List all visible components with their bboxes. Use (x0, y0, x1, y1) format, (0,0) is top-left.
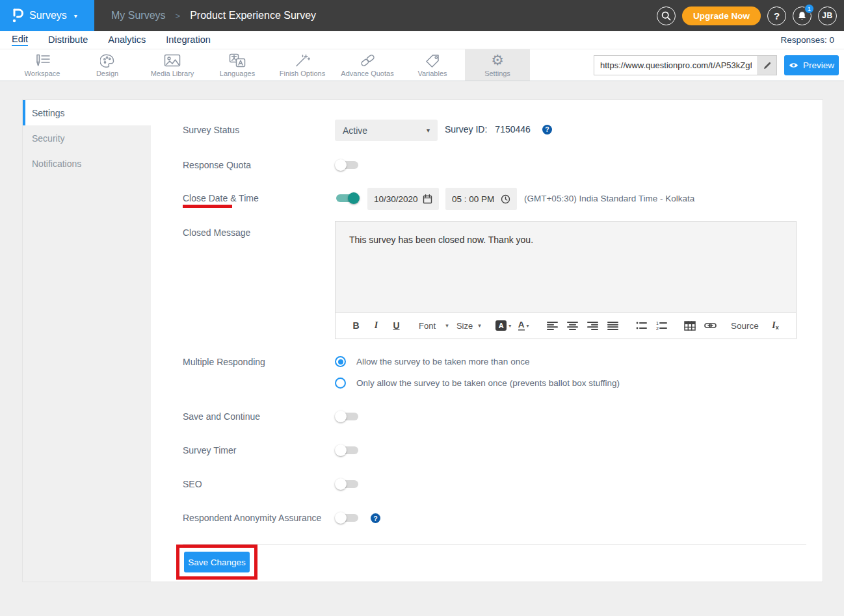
tag-icon (425, 53, 440, 68)
preview-button[interactable]: Preview (784, 55, 839, 75)
chain-link-icon (360, 53, 376, 68)
toolbar-item-settings[interactable]: ⚙ Settings (465, 49, 530, 81)
magic-wand-icon (295, 53, 310, 68)
justify-button[interactable] (605, 317, 621, 334)
toolbar-item-media-library[interactable]: Media Library (140, 49, 205, 81)
tab-distribute[interactable]: Distribute (48, 34, 88, 45)
notifications-button[interactable]: 1 (793, 6, 811, 25)
red-annotation-box: Save Changes (176, 545, 257, 580)
save-and-continue-toggle[interactable] (335, 411, 360, 422)
closed-message-editor: This survey has been closed now. Thank y… (335, 221, 797, 339)
numbered-list-button[interactable]: 12 (653, 317, 670, 334)
topbar: Surveys ▾ My Surveys > Product Experienc… (0, 0, 844, 31)
align-center-button[interactable] (564, 317, 581, 334)
respondent-anonymity-label: Respondent Anonymity Assurance (183, 513, 321, 523)
calendar-icon (423, 194, 432, 204)
align-right-button[interactable] (585, 317, 601, 334)
survey-status-label: Survey Status (183, 125, 239, 135)
radio-option-multiple[interactable]: Allow the survey to be taken more than o… (335, 356, 529, 367)
survey-id-help-icon[interactable]: ? (542, 125, 552, 135)
red-underline-annotation (183, 205, 232, 208)
seo-label: SEO (183, 479, 202, 489)
toolbar-item-design[interactable]: Design (75, 49, 140, 81)
share-url-input[interactable] (594, 55, 758, 75)
tab-edit[interactable]: Edit (12, 34, 28, 46)
tab-analytics[interactable]: Analytics (108, 34, 146, 45)
respondent-anonymity-toggle[interactable] (335, 513, 360, 523)
sidebar-item-notifications[interactable]: Notifications (23, 151, 151, 176)
tab-integration[interactable]: Integration (166, 34, 211, 45)
response-quota-toggle[interactable] (335, 160, 360, 170)
remove-format-button[interactable]: I x (767, 317, 784, 334)
chevron-down-icon: ▾ (527, 323, 529, 329)
multiple-responding-label: Multiple Responding (183, 357, 265, 367)
breadcrumb-separator: > (176, 11, 181, 21)
seo-toggle[interactable] (335, 479, 360, 489)
survey-status-select[interactable]: Active ▾ (335, 120, 438, 141)
upgrade-now-button[interactable]: Upgrade Now (682, 6, 761, 25)
bold-button[interactable]: B (348, 317, 364, 334)
notification-badge: 1 (804, 4, 814, 14)
svg-text:2: 2 (656, 326, 659, 331)
survey-timer-label: Survey Timer (183, 445, 236, 456)
questionpro-settings-page: Surveys ▾ My Surveys > Product Experienc… (0, 0, 844, 616)
font-select[interactable]: Font ▾ (419, 321, 449, 331)
chevron-down-icon: ▾ (508, 323, 511, 329)
settings-sidebar: Settings Security Notifications (23, 100, 151, 582)
bullet-list-button[interactable] (633, 317, 650, 334)
toolbar-item-languages[interactable]: Languages (205, 49, 270, 81)
avatar[interactable]: JB (818, 6, 837, 25)
text-color-button[interactable]: A ▾ (516, 317, 532, 334)
section-tabs: Edit Distribute Analytics Integration Re… (0, 31, 844, 49)
toolbar-item-variables[interactable]: Variables (400, 49, 465, 81)
share-url-group (594, 55, 777, 75)
sidebar-item-security[interactable]: Security (23, 125, 151, 151)
radio-icon[interactable] (335, 356, 346, 367)
settings-card: Settings Security Notifications Survey S… (23, 100, 823, 582)
chevron-down-icon: ▾ (74, 12, 77, 19)
translate-icon (229, 53, 246, 68)
toolbar-item-workspace[interactable]: Workspace (10, 49, 75, 81)
edit-toolbar: Workspace Design Media Library (0, 49, 844, 81)
survey-id-label: Survey ID: (445, 124, 487, 135)
close-time-field[interactable]: 05 : 00 PM (445, 188, 517, 210)
source-button[interactable]: Source (731, 317, 755, 334)
save-changes-button[interactable]: Save Changes (184, 552, 250, 572)
toolbar-item-finish-options[interactable]: Finish Options (270, 49, 335, 81)
background-color-button[interactable]: A ▾ (495, 317, 512, 334)
size-select[interactable]: Size ▾ (456, 321, 481, 331)
svg-text:1: 1 (656, 321, 659, 326)
align-left-button[interactable] (544, 317, 560, 334)
sidebar-item-settings[interactable]: Settings (23, 100, 151, 125)
close-date-field[interactable]: 10/30/2020 (367, 188, 439, 210)
radio-icon[interactable] (335, 378, 346, 389)
page-title: Product Experience Survey (190, 10, 316, 21)
product-switcher[interactable]: Surveys ▾ (0, 0, 94, 31)
responses-count: Responses: 0 (780, 35, 834, 45)
footer-divider (183, 544, 806, 545)
chevron-down-icon: ▾ (445, 322, 449, 329)
survey-timer-toggle[interactable] (335, 445, 360, 456)
timezone-text: (GMT+05:30) India Standard Time - Kolkat… (524, 194, 694, 203)
pencil-icon (763, 61, 772, 70)
question-mark-icon: ? (774, 10, 780, 21)
product-name: Surveys (29, 10, 67, 21)
image-icon (164, 53, 181, 68)
eye-icon (789, 62, 798, 69)
search-button[interactable] (657, 6, 676, 25)
link-button[interactable] (702, 317, 719, 334)
help-button[interactable]: ? (767, 6, 786, 25)
close-date-toggle[interactable] (335, 193, 360, 203)
table-button[interactable] (682, 317, 698, 334)
chevron-down-icon: ▾ (478, 322, 481, 329)
radio-option-once[interactable]: Only allow the survey to be taken once (… (335, 378, 620, 389)
italic-button[interactable]: I (368, 317, 384, 334)
closed-message-input[interactable]: This survey has been closed now. Thank y… (336, 222, 796, 312)
response-quota-label: Response Quota (183, 160, 251, 170)
underline-button[interactable]: U (388, 317, 404, 334)
gear-icon: ⚙ (491, 53, 504, 68)
anonymity-help-icon[interactable]: ? (371, 513, 380, 523)
edit-url-button[interactable] (758, 55, 777, 75)
breadcrumb-my-surveys[interactable]: My Surveys (111, 10, 166, 21)
toolbar-item-advance-quotas[interactable]: Advance Quotas (335, 49, 400, 81)
